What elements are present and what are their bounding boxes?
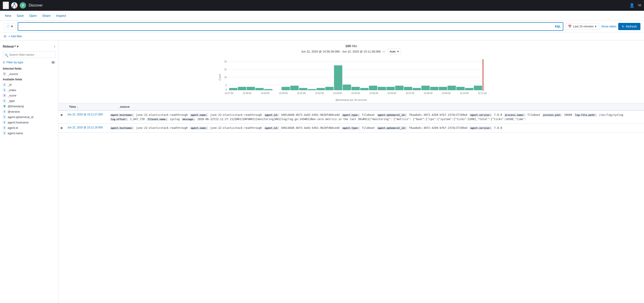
index-pattern-button[interactable]: filebeat-* ▾ — [3, 45, 18, 48]
chart-bar[interactable] — [465, 88, 473, 90]
chart-bar[interactable] — [264, 89, 272, 90]
filter-type-icon: ⊙ — [3, 61, 5, 64]
menu-icon[interactable]: ☰ — [3, 2, 9, 9]
table-row: ▶ Jun 22, 2020 @ 15:11:27.000 agent.host… — [58, 111, 644, 124]
chart-bar[interactable] — [334, 65, 342, 90]
x-axis-tick-label: 15:09:00 — [442, 92, 450, 95]
inspect-button[interactable]: Inspect — [55, 13, 68, 19]
chart-bar[interactable] — [360, 88, 368, 90]
x-axis-tick-label: 14:58:00 — [242, 92, 251, 95]
expand-row-button[interactable]: ▶ — [58, 111, 66, 119]
chart-bar[interactable] — [412, 88, 421, 90]
collapse-sidebar-button[interactable]: ‹ — [54, 44, 56, 49]
chart-bar[interactable] — [369, 86, 377, 90]
chart-bar[interactable] — [352, 87, 360, 90]
available-field-item[interactable]: 🗓@timestamp — [0, 104, 58, 109]
selected-fields-label: Selected fields — [0, 66, 58, 71]
x-axis-tick-label: 14:57:00 — [225, 92, 234, 95]
save-button[interactable]: Save — [15, 13, 25, 19]
field-value: b9614848-4bf3-4a92-b361-9620fd68cedd — [280, 126, 341, 130]
available-field-item[interactable]: tagent.id — [0, 125, 58, 130]
chart-bar[interactable] — [395, 86, 404, 90]
chart-bar[interactable] — [343, 85, 351, 90]
chart-bar[interactable] — [474, 86, 482, 90]
chart-bar[interactable] — [316, 88, 325, 90]
chevron-down-icon: ▾ — [595, 25, 596, 28]
refresh-button[interactable]: ↻ Refresh — [618, 23, 640, 30]
field-name: _source — [8, 72, 18, 76]
result-time[interactable]: Jun 22, 2020 @ 15:11:19.000 — [66, 124, 108, 131]
field-name: _type — [8, 99, 15, 103]
chart-bar[interactable] — [404, 87, 412, 90]
new-button[interactable]: New — [4, 13, 12, 19]
chart-bar[interactable] — [325, 87, 334, 90]
result-time[interactable]: Jun 22, 2020 @ 15:11:27.000 — [66, 111, 108, 118]
filter-icon[interactable]: ⊖ — [4, 34, 6, 38]
chart-bar[interactable] — [430, 87, 438, 90]
svg-text:0: 0 — [225, 88, 227, 91]
x-axis-tick-label: 15:02:00 — [315, 92, 324, 95]
chart-svg-wrap: Count 20 15 10 5 0 14:57:0014: — [64, 57, 638, 101]
x-axis-tick-label: 15:07:00 — [406, 92, 414, 95]
chart-bar[interactable] — [386, 87, 395, 90]
chart-bar[interactable] — [247, 87, 255, 90]
user-settings-icon[interactable]: 👤 — [630, 3, 634, 8]
chart-bar[interactable] — [238, 87, 246, 90]
available-field-item[interactable]: t_type — [0, 98, 58, 104]
available-field-item[interactable]: tagent.name — [0, 130, 58, 136]
filter-type-row: ⊙ Filter by type 0 — [0, 60, 58, 66]
index-selector-label: ▼ — [10, 25, 14, 28]
field-key: log.file.path: — [574, 113, 597, 117]
field-key: agent.name: — [190, 126, 208, 130]
field-name: _score — [8, 94, 16, 97]
search-fields-wrap: 🔍 — [0, 51, 58, 60]
chart-bar[interactable] — [299, 88, 308, 90]
field-key: agent.id: — [264, 113, 280, 117]
field-type-icon: # — [3, 94, 6, 97]
field-name: agent.name — [8, 132, 23, 135]
search-fields-input[interactable] — [3, 51, 56, 58]
available-field-item[interactable]: t_index — [0, 87, 58, 93]
interval-select[interactable]: Auto — [387, 49, 401, 54]
notifications-icon[interactable]: ✉ — [638, 3, 641, 8]
chart-bar[interactable] — [290, 86, 299, 90]
kql-badge[interactable]: KQL — [555, 25, 560, 28]
share-button[interactable]: Share — [41, 13, 52, 19]
chart-bar[interactable] — [229, 88, 238, 90]
avatar[interactable]: D — [20, 2, 26, 9]
selected-field-item[interactable]: ⟨⟩_source — [0, 71, 58, 77]
chart-bar[interactable] — [378, 87, 386, 90]
sort-arrow-icon: ↓ — [77, 105, 78, 108]
search-input[interactable] — [20, 25, 555, 28]
open-button[interactable]: Open — [28, 13, 38, 19]
chart-bar[interactable] — [421, 86, 430, 90]
available-field-item[interactable]: t@version — [0, 109, 58, 114]
show-dates-button[interactable]: Show dates — [601, 25, 616, 28]
time-picker-button[interactable]: 📅 Last 15 minutes ▾ — [565, 23, 600, 30]
app-title: Discover — [29, 3, 626, 8]
field-value: june-22-elasticstack-readthrough — [134, 113, 190, 117]
field-key: log.offset: — [110, 118, 128, 121]
available-field-item[interactable]: tagent.hostname — [0, 120, 58, 125]
time-column-header[interactable]: Time ↓ — [69, 105, 118, 108]
index-selector[interactable]: 📄 ▼ — [4, 23, 16, 30]
chart-bar[interactable] — [282, 87, 290, 90]
available-field-item[interactable]: #_score — [0, 93, 58, 98]
chart-bar[interactable] — [308, 89, 316, 90]
field-type-icon: t — [3, 83, 6, 86]
chart-bar[interactable] — [256, 88, 264, 90]
available-field-item[interactable]: tagent.ephemeral_id — [0, 114, 58, 120]
chart-bar[interactable] — [448, 86, 456, 90]
selected-fields-list: ⟨⟩_source — [0, 71, 58, 77]
available-field-item[interactable]: t_id — [0, 82, 58, 87]
x-axis-tick-label: 15:05:00 — [369, 92, 378, 95]
sidebar: filebeat-* ▾ ‹ 🔍 ⊙ Filter by type 0 Sele… — [0, 40, 58, 303]
chart-bar[interactable] — [439, 87, 447, 90]
chart-container: 100 hits Jun 22, 2020 @ 14:56:38.068 - J… — [58, 40, 644, 103]
chart-bar[interactable] — [456, 87, 464, 90]
field-name: _index — [8, 88, 16, 92]
filter-by-type-button[interactable]: ⊙ Filter by type — [3, 61, 23, 64]
calendar-icon: 📅 — [568, 25, 572, 28]
expand-row-button[interactable]: ▶ — [58, 124, 66, 132]
add-filter-button[interactable]: + Add filter — [8, 35, 22, 38]
